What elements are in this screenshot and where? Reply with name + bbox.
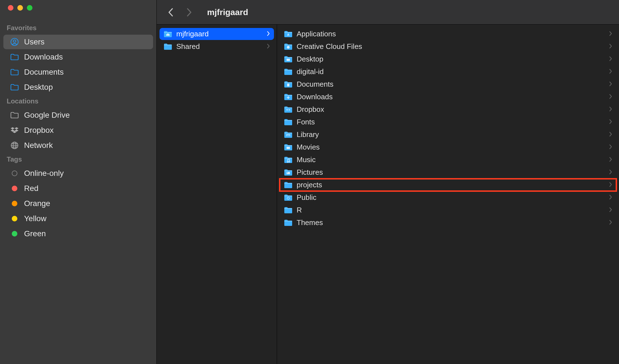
chevron-right-icon [609,80,612,89]
sidebar-item-label: Desktop [24,83,53,92]
sidebar-section-header: Locations [0,95,156,107]
file-row-r[interactable]: R [280,204,616,216]
svg-rect-19 [287,59,290,61]
svg-rect-38 [284,183,292,184]
column-1: AApplicationsCreative Cloud FilesDesktop… [277,25,619,364]
file-row-themes[interactable]: Themes [280,217,616,229]
file-row-mjfrigaard[interactable]: mjfrigaard [160,28,274,40]
svg-rect-20 [284,70,292,70]
file-row-label: Desktop [297,55,323,63]
svg-rect-13 [164,45,172,45]
sidebar-item-orange[interactable]: Orange [3,196,153,211]
svg-rect-21 [284,82,292,83]
folder-outline-icon [10,53,19,62]
sidebar-item-label: Users [24,37,44,46]
svg-rect-36 [287,172,290,174]
svg-rect-27 [284,120,292,121]
file-row-label: Pictures [297,168,323,177]
sidebar-item-green[interactable]: Green [3,226,153,241]
file-row-label: Public [297,193,316,202]
file-row-dropbox[interactable]: Dropbox [280,103,616,115]
chevron-right-icon [609,55,612,63]
music-folder-icon [284,156,293,164]
svg-marker-3 [15,127,18,129]
sidebar-item-label: Red [24,184,38,193]
sidebar-item-downloads[interactable]: Downloads [3,50,153,64]
drive-icon [10,111,19,120]
svg-rect-34 [284,158,292,159]
sidebar-item-users[interactable]: Users [3,35,153,49]
sidebar: FavoritesUsersDownloadsDocumentsDesktopL… [0,0,157,364]
chevron-right-icon [609,130,612,139]
sidebar-item-network[interactable]: Network [3,138,153,153]
sidebar-section-header: Tags [0,153,156,166]
svg-rect-41 [284,208,292,209]
sidebar-item-yellow[interactable]: Yellow [3,211,153,226]
desktop-folder-icon [284,56,293,63]
chevron-right-icon [609,42,612,51]
sidebar-item-red[interactable]: Red [3,181,153,196]
file-row-pictures[interactable]: Pictures [280,166,616,178]
chevron-right-icon [267,42,270,51]
file-row-creative-cloud-files[interactable]: Creative Cloud Files [280,41,616,53]
file-row-label: Themes [297,218,323,227]
svg-rect-16 [284,45,292,45]
folder-icon [284,181,293,189]
sidebar-item-label: Dropbox [24,126,54,135]
sidebar-item-documents[interactable]: Documents [3,65,153,79]
file-row-label: Applications [297,30,336,38]
sidebar-item-desktop[interactable]: Desktop [3,80,153,94]
file-row-applications[interactable]: AApplications [280,28,616,40]
tag-dot-icon [10,214,19,223]
pictures-folder-icon [284,169,293,176]
svg-point-1 [13,40,16,42]
file-row-public[interactable]: Public [280,192,616,204]
sidebar-item-label: Downloads [24,53,63,62]
svg-rect-23 [284,95,292,96]
toolbar: mjfrigaard [157,0,619,25]
file-row-desktop[interactable]: Desktop [280,53,616,65]
chevron-right-icon [609,143,612,152]
nav-forward-button[interactable] [184,7,195,18]
movies-folder-icon [284,144,293,151]
minimize-window-button[interactable] [17,5,23,11]
folder-icon [284,119,293,126]
file-row-label: Downloads [297,93,333,101]
dropbox-folder-icon [284,106,293,113]
sidebar-item-online-only[interactable]: Online-only [3,166,153,181]
window-controls [0,5,156,22]
file-row-music[interactable]: Music [280,154,616,166]
dropbox-icon [10,126,19,135]
file-row-label: projects [297,181,322,189]
file-row-downloads[interactable]: Downloads [280,91,616,103]
file-row-shared[interactable]: Shared [160,41,274,53]
home-folder-icon [163,30,172,38]
folder-icon [284,207,293,214]
file-row-projects[interactable]: projects [280,179,616,191]
sidebar-item-dropbox[interactable]: Dropbox [3,123,153,138]
sidebar-item-label: Yellow [24,214,46,223]
zoom-window-button[interactable] [27,5,32,11]
tag-dot-icon [10,199,19,208]
file-row-label: Creative Cloud Files [297,42,362,51]
file-row-movies[interactable]: Movies [280,141,616,153]
folder-icon [284,219,293,226]
column-0: mjfrigaardShared [157,25,277,364]
chevron-right-icon [609,193,612,202]
close-window-button[interactable] [8,5,13,11]
file-row-fonts[interactable]: Fonts [280,116,616,128]
file-row-documents[interactable]: Documents [280,78,616,90]
svg-rect-42 [284,221,292,221]
file-row-label: Movies [297,143,320,152]
chevron-right-icon [609,218,612,227]
nav-back-button[interactable] [165,7,176,18]
folder-outline-icon [10,68,19,77]
file-row-label: Documents [297,80,334,89]
file-row-library[interactable]: Library [280,129,616,141]
finder-window: FavoritesUsersDownloadsDocumentsDesktopL… [0,0,619,364]
chevron-right-icon [609,30,612,38]
sidebar-item-google-drive[interactable]: Google Drive [3,108,153,122]
documents-folder-icon [284,81,293,88]
file-row-digital-id[interactable]: digital-id [280,66,616,78]
chevron-right-icon [609,168,612,177]
